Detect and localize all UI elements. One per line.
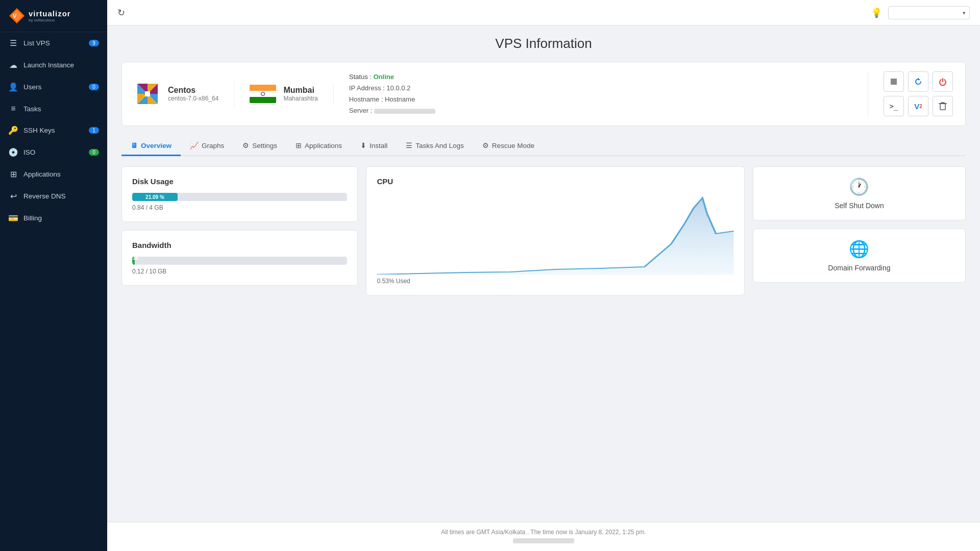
sidebar-label-applications: Applications (23, 170, 61, 178)
bandwidth-panel: Bandwidth 1.16 % 0.12 / 10 GB (121, 230, 358, 286)
sidebar-icon-list-vps: ☰ (8, 38, 18, 48)
os-icon (134, 81, 161, 107)
sidebar-item-applications[interactable]: ⊞ Applications (0, 163, 107, 185)
delete-button[interactable] (933, 96, 953, 116)
sidebar-label-users: Users (23, 83, 41, 91)
main-content: ↻ 💡 VPS Information (107, 0, 980, 551)
terminal-button[interactable]: >_ (884, 96, 904, 116)
cpu-used-label: 0.53% Used (377, 278, 733, 285)
restart-button[interactable] (908, 71, 928, 92)
badge-users: 0 (89, 84, 99, 90)
tips-icon[interactable]: 💡 (871, 7, 882, 18)
sidebar-item-billing[interactable]: 💳 Billing (0, 207, 107, 229)
utility-domain-forwarding[interactable]: 🌐 Domain Forwarding (753, 229, 966, 283)
stop-button[interactable] (884, 71, 904, 92)
vps-info-card: Centos centos-7.0-x86_64 Mumbai Maharash… (121, 62, 966, 126)
tab-label-settings: Settings (252, 142, 277, 149)
tab-rescue-mode[interactable]: ⚙ Rescue Mode (473, 136, 544, 156)
svg-rect-13 (940, 104, 945, 110)
disk-title: Disk Usage (132, 177, 347, 186)
tab-settings[interactable]: ⚙ Settings (233, 136, 286, 156)
sidebar-icon-applications: ⊞ (8, 169, 18, 179)
sidebar-label-billing: Billing (23, 214, 42, 222)
sidebar-item-list-vps[interactable]: ☰ List VPS 9 (0, 32, 107, 54)
bandwidth-usage-label: 0.12 / 10 GB (132, 268, 347, 275)
cpu-chart-area (377, 198, 733, 274)
disk-usage-label: 0.84 / 4 GB (132, 204, 347, 211)
logo-name: virtualizor (29, 9, 71, 18)
bandwidth-progress-wrap: 1.16 % (132, 257, 347, 265)
sidebar-item-tasks[interactable]: ≡ Tasks (0, 98, 107, 119)
util-icon-self-shut-down: 🕐 (849, 177, 869, 196)
sidebar-label-launch-instance: Launch Instance (23, 61, 74, 69)
footer: All times are GMT Asia/Kolkata . The tim… (107, 522, 980, 551)
svg-rect-11 (145, 91, 150, 96)
power-button[interactable] (933, 71, 953, 92)
cpu-chart-svg (377, 193, 733, 274)
location-city: Mumbai (283, 86, 317, 95)
tab-label-install: Install (370, 142, 387, 149)
tab-applications[interactable]: ⊞ Applications (286, 136, 351, 156)
sidebar-icon-users: 👤 (8, 82, 18, 92)
sidebar-item-reverse-dns[interactable]: ↩ Reverse DNS (0, 185, 107, 207)
status-label: Status (349, 73, 368, 81)
sidebar-label-ssh-keys: SSH Keys (23, 127, 55, 134)
bandwidth-progress-bar: 1.16 % (132, 257, 135, 265)
vps-actions: >_ V2 (884, 71, 953, 116)
sidebar-icon-ssh-keys: 🔑 (8, 126, 18, 135)
sidebar-item-launch-instance[interactable]: ☁ Launch Instance (0, 54, 107, 76)
sidebar-icon-iso: 💿 (8, 147, 18, 157)
location-flag (250, 85, 276, 103)
badge-ssh-keys: 1 (89, 127, 99, 134)
user-select-wrap (888, 6, 970, 19)
user-select[interactable] (888, 6, 970, 19)
bandwidth-title: Bandwidth (132, 241, 347, 249)
content-area: VPS Information (107, 26, 980, 522)
util-icon-domain-forwarding: 🌐 (849, 239, 869, 259)
logo-sub: by softaculous (29, 18, 71, 22)
vps-status-section: Status : Online IP Address : 10.0.0.2 Ho… (349, 71, 868, 116)
util-label-self-shut-down: Self Shut Down (835, 202, 884, 210)
badge-list-vps: 9 (89, 40, 99, 46)
disk-progress-wrap: 21.09 % (132, 193, 347, 201)
ip-value: 10.0.0.2 (386, 84, 410, 92)
status-line: Status : Online (349, 71, 435, 83)
sidebar-icon-tasks: ≡ (8, 104, 18, 113)
tab-label-overview: Overview (141, 142, 172, 149)
tab-tasks-logs[interactable]: ☰ Tasks And Logs (397, 136, 473, 156)
cpu-title: CPU (377, 177, 733, 186)
vnc-button[interactable]: V2 (908, 96, 928, 116)
sidebar-item-iso[interactable]: 💿 ISO 0 (0, 141, 107, 163)
tab-icon-settings: ⚙ (242, 141, 249, 149)
tab-icon-install: ⬇ (360, 141, 366, 149)
sidebar-item-ssh-keys[interactable]: 🔑 SSH Keys 1 (0, 119, 107, 141)
page-title: VPS Information (121, 36, 966, 52)
vps-location-section: Mumbai Maharashtra (250, 85, 333, 103)
util-label-domain-forwarding: Domain Forwarding (828, 264, 890, 272)
utility-self-shut-down[interactable]: 🕐 Self Shut Down (753, 166, 966, 220)
disk-progress-bar: 21.09 % (132, 193, 178, 201)
status-value: Online (374, 73, 394, 81)
sidebar-item-users[interactable]: 👤 Users 0 (0, 76, 107, 98)
ip-line: IP Address : 10.0.0.2 (349, 83, 435, 94)
tab-install[interactable]: ⬇ Install (351, 136, 397, 156)
tab-icon-applications: ⊞ (296, 141, 302, 149)
svg-rect-12 (891, 79, 897, 85)
refresh-icon[interactable]: ↻ (117, 7, 125, 18)
hostname-label: Hostname (349, 95, 379, 103)
tab-icon-rescue-mode: ⚙ (482, 141, 489, 149)
disk-percent-label: 21.09 % (145, 194, 164, 200)
tab-label-rescue-mode: Rescue Mode (492, 142, 534, 149)
tab-overview[interactable]: 🖥 Overview (121, 136, 181, 156)
tab-graphs[interactable]: 📈 Graphs (181, 136, 233, 156)
sidebar-label-reverse-dns: Reverse DNS (23, 192, 66, 200)
hostname-line: Hostname : Hostname (349, 94, 435, 105)
tab-label-tasks-logs: Tasks And Logs (415, 142, 464, 149)
footer-text: All times are GMT Asia/Kolkata . The tim… (441, 529, 646, 536)
tabs: 🖥 Overview 📈 Graphs ⚙ Settings ⊞ Applica… (121, 136, 966, 156)
vps-location-info: Mumbai Maharashtra (283, 86, 317, 102)
os-name: Centos (168, 86, 218, 95)
server-line: Server : (349, 105, 435, 116)
sidebar-label-tasks: Tasks (23, 105, 41, 113)
tab-icon-tasks-logs: ☰ (406, 141, 412, 149)
